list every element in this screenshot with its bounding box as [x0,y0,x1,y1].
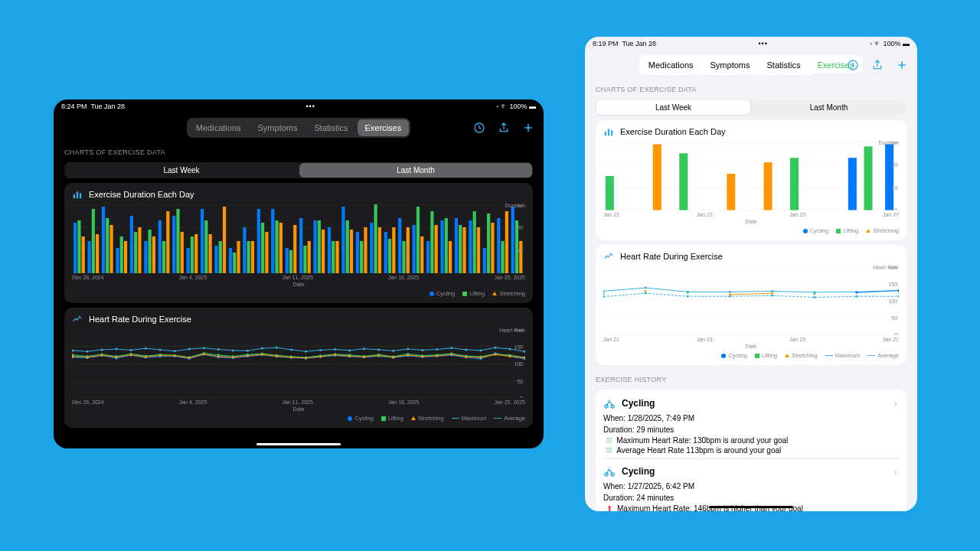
add-icon[interactable] [896,59,908,71]
multitask-indicator[interactable]: ••• [758,40,767,47]
history-duration: Duration: 29 minutes [603,424,899,435]
svg-rect-29 [172,216,175,273]
y-axis-label: Duration [879,140,899,145]
svg-rect-72 [374,204,377,273]
y-axis-label: Duration [505,203,525,208]
duration-bar-chart: 0102030 [603,142,899,210]
home-indicator[interactable] [709,506,793,508]
svg-rect-1 [74,194,75,198]
svg-rect-47 [257,209,260,273]
svg-rect-22 [138,227,141,273]
tab-statistics[interactable]: Statistics [306,119,355,136]
svg-rect-87 [445,218,448,273]
svg-rect-69 [360,241,363,273]
duration-chart-card: Exercise Duration Each Day Duration 0102… [596,120,906,240]
chart-title: Exercise Duration Each Day [89,190,194,199]
svg-rect-292 [848,158,857,210]
svg-rect-96 [487,214,490,273]
tab-symptoms[interactable]: Symptoms [250,119,305,136]
svg-rect-12 [92,209,95,273]
share-icon[interactable] [871,59,884,71]
history-type: Cycling [622,398,655,409]
check-circle-icon: ✓⃝ [606,436,612,445]
svg-rect-32 [187,248,190,273]
refresh-icon[interactable] [847,59,859,71]
home-indicator[interactable] [256,443,341,445]
section-header: EXERCISE HISTORY [585,370,917,386]
share-icon[interactable] [498,122,510,134]
legend-stretching: Stretching [866,227,899,234]
svg-text:150: 150 [888,282,897,287]
arrow-up-icon: ⬆ [606,504,612,511]
svg-rect-15 [106,218,109,273]
svg-rect-49 [265,232,268,273]
x-ticks: Jan 21Jan 23Jan 25Jan 27 [603,335,899,344]
svg-point-326 [645,290,647,292]
svg-point-323 [687,292,689,294]
section-header: CHARTS OF EXERCISE DATA [54,142,544,159]
svg-text:0: 0 [894,333,897,335]
svg-rect-50 [271,209,274,273]
svg-rect-100 [505,211,508,273]
legend-stretching: Stretching [411,415,444,422]
cycling-icon [603,465,616,478]
range-last-week[interactable]: Last Week [596,100,750,115]
range-last-week[interactable]: Last Week [65,163,298,178]
legend-lifting: Lifting [836,227,858,234]
heartrate-line-chart: 050100150200 [603,266,899,335]
svg-rect-27 [162,241,165,273]
toolbar: MedicationsSymptomsStatisticsExercises [54,113,544,142]
svg-rect-60 [318,220,321,273]
svg-rect-36 [204,220,207,273]
x-ticks: Dec 28, 2024Jan 4, 2025Jan 11, 2025Jan 1… [72,398,525,406]
tablet-dark-mode: 8:24 PM Tue Jan 28 ••• ◦ ᯤ 100% ▬ Medica… [54,99,544,448]
svg-rect-11 [87,241,90,273]
svg-rect-48 [261,223,264,273]
tab-exercises[interactable]: Exercises [358,119,410,136]
line-chart-icon [72,314,83,324]
svg-rect-279 [605,132,606,135]
heartrate-chart-card: Heart Rate During Exercise Heart Rate 05… [596,245,906,365]
tab-statistics[interactable]: Statistics [759,57,808,73]
history-item[interactable]: Cycling› [603,462,899,481]
tab-medications[interactable]: Medications [641,57,701,73]
legend-cycling: Cycling [803,227,829,234]
svg-rect-46 [251,241,254,273]
svg-rect-74 [384,232,387,273]
svg-rect-77 [398,218,401,273]
svg-rect-101 [511,207,514,273]
range-last-month[interactable]: Last Month [752,100,906,115]
time-range-toggle: Last WeekLast Month [64,162,533,178]
svg-rect-33 [191,236,194,273]
multitask-indicator[interactable]: ••• [305,103,315,110]
check-circle-icon: ✓⃝ [606,446,612,455]
svg-rect-99 [501,241,504,273]
svg-rect-97 [491,223,494,273]
svg-rect-71 [370,223,373,273]
svg-rect-91 [462,227,466,273]
tab-symptoms[interactable]: Symptoms [703,57,758,73]
range-last-month[interactable]: Last Month [299,163,532,178]
svg-rect-83 [426,241,430,273]
history-item[interactable]: Cycling› [603,394,899,412]
svg-rect-293 [864,146,873,210]
refresh-icon[interactable] [473,122,485,134]
heartrate-line-chart: 050100150200 [72,329,525,398]
line-chart-icon [603,251,614,262]
svg-rect-61 [322,230,325,273]
svg-rect-288 [679,153,688,210]
status-time: 8:24 PM [61,103,87,110]
svg-rect-98 [497,218,500,273]
svg-rect-37 [209,234,212,273]
x-ticks: Jan 21Jan 23Jan 25Jan 27 [603,210,899,219]
svg-rect-55 [293,225,296,273]
chart-title: Heart Rate During Exercise [620,252,723,261]
add-icon[interactable] [522,122,534,134]
svg-text:100: 100 [514,361,523,367]
tab-medications[interactable]: Medications [188,119,249,136]
x-axis-label: Date [603,219,899,224]
svg-rect-63 [332,241,335,273]
history-type: Cycling [622,466,655,477]
svg-point-322 [603,293,604,295]
svg-rect-280 [608,129,609,136]
